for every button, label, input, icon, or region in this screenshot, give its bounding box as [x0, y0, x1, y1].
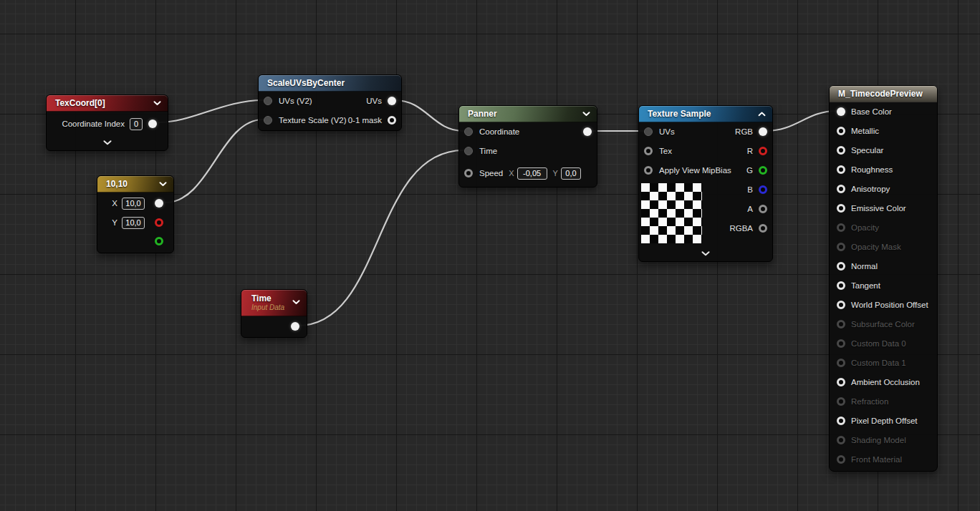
- pin-label: RGBA: [729, 224, 753, 233]
- input-pin-texture-scale[interactable]: [264, 116, 272, 125]
- wire-time-to-panner[interactable]: [298, 150, 463, 326]
- coordinate-index-row: Coordinate Index: [62, 119, 162, 129]
- input-row-coordinate: Coordinate: [459, 127, 519, 137]
- output-pin-r[interactable]: [155, 218, 163, 227]
- input-pin-opacity[interactable]: [837, 223, 845, 232]
- input-pin-time[interactable]: [464, 147, 473, 155]
- node-const2vector-header[interactable]: 10,10: [97, 176, 173, 193]
- input-pin-normal[interactable]: [837, 262, 845, 271]
- texcoord-output-pin[interactable]: [148, 120, 157, 128]
- node-texcoord-header[interactable]: TexCoord[0]: [47, 95, 168, 112]
- input-pin-pixel-depth-offset[interactable]: [837, 417, 845, 425]
- wire-const2vector-to-scaleuvs[interactable]: [165, 120, 263, 203]
- output-pin-mask[interactable]: [388, 116, 396, 125]
- node-constant2vector[interactable]: 10,10 X Y: [97, 175, 174, 253]
- chevron-up-icon[interactable]: [758, 112, 766, 117]
- output-pin-vector[interactable]: [155, 199, 163, 208]
- input-pin-tex[interactable]: [644, 147, 653, 155]
- pin-label: UVs: [659, 127, 675, 136]
- material-row-opacity: Opacity: [830, 223, 879, 233]
- input-pin-speed[interactable]: [464, 169, 473, 177]
- speed-x-input[interactable]: [517, 167, 547, 180]
- output-pin-b[interactable]: [759, 185, 767, 194]
- pin-label: Opacity Mask: [851, 243, 901, 251]
- node-time-header[interactable]: Time Input Data: [241, 290, 307, 316]
- node-panner-header[interactable]: Panner: [459, 106, 597, 122]
- show-hidden-pins-chevron-icon[interactable]: [103, 140, 112, 145]
- input-pin-shading-model[interactable]: [837, 436, 845, 444]
- output-pin-g[interactable]: [759, 166, 767, 175]
- pin-label: Shading Model: [851, 436, 906, 444]
- pin-label: Custom Data 0: [851, 339, 906, 348]
- coordinate-index-input[interactable]: [130, 118, 143, 130]
- pin-label: 0-1 mask: [348, 116, 382, 125]
- input-pin-base-color[interactable]: [837, 107, 845, 116]
- input-pin-specular[interactable]: [837, 146, 845, 155]
- input-pin-anisotropy[interactable]: [837, 185, 845, 193]
- output-row-g: G: [746, 165, 772, 175]
- pin-label: Opacity: [851, 223, 879, 232]
- input-pin-emissive-color[interactable]: [837, 204, 845, 213]
- graph-canvas[interactable]: TexCoord[0] Coordinate Index ScaleUVsByC…: [0, 0, 980, 511]
- output-pin-a[interactable]: [759, 205, 767, 213]
- node-time[interactable]: Time Input Data: [241, 289, 307, 338]
- input-pin-custom-data-1[interactable]: [837, 359, 845, 367]
- input-pin-front-material[interactable]: [837, 455, 845, 464]
- show-hidden-pins-chevron-icon[interactable]: [701, 251, 710, 256]
- x-label: X: [112, 199, 117, 208]
- chevron-down-icon[interactable]: [292, 300, 300, 305]
- node-title: 10,10: [106, 179, 128, 189]
- pin-label: Time: [479, 147, 497, 155]
- input-pin-roughness[interactable]: [837, 165, 845, 174]
- pin-label: Anisotropy: [851, 185, 890, 193]
- chevron-down-icon[interactable]: [582, 112, 590, 117]
- node-panner[interactable]: Panner Coordinate Time Speed X Y: [458, 105, 597, 188]
- pin-label: A: [747, 205, 753, 213]
- input-pin-uvs[interactable]: [264, 97, 272, 105]
- pin-label: World Position Offset: [851, 301, 928, 309]
- pin-label: Coordinate: [479, 127, 519, 136]
- wire-scaleuvs-to-panner[interactable]: [395, 100, 463, 131]
- y-value-input[interactable]: [122, 217, 145, 229]
- wire-texturesample-to-material[interactable]: [766, 111, 837, 131]
- chevron-down-icon[interactable]: [159, 182, 167, 187]
- input-pin-tangent[interactable]: [837, 281, 845, 290]
- output-pin-r[interactable]: [759, 147, 767, 155]
- node-texcoord[interactable]: TexCoord[0] Coordinate Index: [46, 94, 168, 151]
- wire-texcoord-to-scaleuvs[interactable]: [159, 100, 263, 122]
- speed-y-label: Y: [553, 169, 558, 177]
- chevron-down-icon[interactable]: [153, 101, 161, 106]
- input-pin-refraction[interactable]: [837, 397, 845, 406]
- input-pin-coordinate[interactable]: [464, 127, 473, 136]
- input-pin-metallic[interactable]: [837, 127, 845, 135]
- node-material-result[interactable]: M_TimecodePreview Base Color Metallic Sp…: [829, 85, 938, 472]
- material-row-shading-model: Shading Model: [830, 435, 906, 445]
- input-pin-subsurface-color[interactable]: [837, 320, 845, 328]
- output-pin-uvs[interactable]: [388, 97, 396, 105]
- material-row-metallic: Metallic: [830, 126, 879, 136]
- pin-label: UVs (V2): [279, 97, 312, 105]
- panner-output-pin[interactable]: [583, 127, 592, 136]
- node-scale-uvs-by-center[interactable]: ScaleUVsByCenter UVs (V2) UVs Texture Sc…: [258, 74, 402, 131]
- output-row-coordinate: [577, 127, 597, 137]
- x-value-input[interactable]: [122, 198, 145, 210]
- input-pin-custom-data-0[interactable]: [837, 339, 845, 348]
- output-pin-rgb[interactable]: [759, 127, 767, 136]
- speed-x-label: X: [509, 169, 514, 177]
- input-pin-ambient-occlusion[interactable]: [837, 378, 845, 386]
- pin-label: Refraction: [851, 397, 888, 406]
- input-pin-mipbias[interactable]: [644, 166, 653, 175]
- output-pin-rgba[interactable]: [759, 224, 767, 233]
- input-row-mipbias: Apply View MipBias: [639, 165, 731, 175]
- time-output-pin[interactable]: [291, 322, 299, 331]
- output-pin-g[interactable]: [155, 237, 163, 245]
- input-pin-uvs[interactable]: [644, 127, 653, 136]
- node-texture-sample[interactable]: Texture Sample UVs Tex Apply View MipBia…: [638, 105, 773, 262]
- input-pin-world-position-offset[interactable]: [837, 301, 845, 309]
- node-texture-sample-header[interactable]: Texture Sample: [639, 106, 772, 122]
- node-scaleuvs-header[interactable]: ScaleUVsByCenter: [259, 75, 401, 92]
- speed-y-input[interactable]: [561, 167, 581, 180]
- output-row-b: B: [747, 185, 772, 195]
- input-pin-opacity-mask[interactable]: [837, 243, 845, 251]
- node-material-header[interactable]: M_TimecodePreview: [830, 86, 937, 102]
